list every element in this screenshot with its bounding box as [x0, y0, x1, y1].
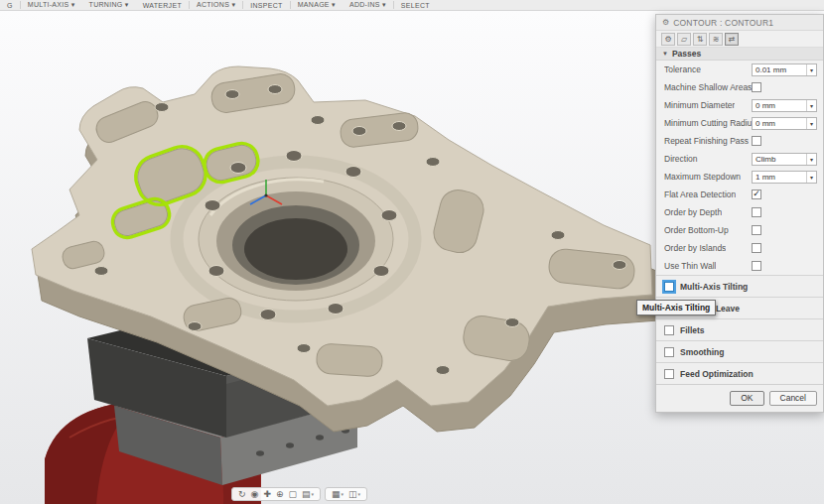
passes-section-header[interactable]: ▼ Passes — [656, 48, 823, 61]
field-label: Machine Shallow Areas — [664, 82, 752, 92]
menu-multi-axis[interactable]: MULTI-AXIS ▾ — [21, 1, 82, 9]
fillets-checkbox[interactable] — [664, 325, 674, 335]
group-feed-optimization[interactable]: Feed Optimization — [656, 362, 823, 384]
row-maximum-stepdown: Maximum Stepdown 1 mm — [656, 168, 823, 186]
fit-icon[interactable]: ▢ — [289, 490, 298, 499]
row-order-bottom-up: Order Bottom-Up — [656, 221, 823, 239]
zoom-icon[interactable]: ⊕ — [276, 490, 284, 499]
menu-waterjet[interactable]: WATERJET — [136, 2, 189, 9]
orbit-icon[interactable]: ↻ — [238, 490, 246, 499]
spinner-icon[interactable] — [806, 100, 816, 111]
multi-axis-tilting-tooltip: Multi-Axis Tilting — [636, 300, 716, 315]
group-multi-axis-tilting[interactable]: Multi-Axis Tilting — [656, 275, 823, 297]
menu-inspect[interactable]: INSPECT — [243, 2, 289, 9]
tab-heights[interactable]: ⇅ — [693, 33, 707, 46]
group-fillets[interactable]: Fillets — [656, 318, 823, 340]
dialog-buttons: OK Cancel — [656, 384, 823, 412]
viewport-layout-icon[interactable]: ◫ — [348, 490, 360, 499]
look-at-icon[interactable]: ◉ — [251, 490, 259, 499]
spinner-icon[interactable] — [806, 172, 816, 183]
group-label: Multi-Axis Tilting — [680, 282, 748, 292]
tolerance-value: 0.01 mm — [753, 65, 806, 74]
menu-actions[interactable]: ACTIONS ▾ — [190, 1, 242, 9]
row-minimum-cutting-radius: Minimum Cutting Radius 0 mm — [656, 114, 823, 132]
group-smoothing[interactable]: Smoothing — [656, 340, 823, 362]
group-label: Fillets — [680, 325, 705, 335]
field-label: Minimum Cutting Radius — [664, 118, 752, 128]
field-label: Flat Area Detection — [664, 189, 736, 199]
collapse-caret-icon: ▼ — [662, 51, 668, 57]
top-menubar: G MULTI-AXIS ▾ TURNING ▾ WATERJET ACTION… — [0, 0, 824, 11]
row-repeat-finishing-pass: Repeat Finishing Pass — [656, 132, 823, 150]
spinner-icon[interactable] — [806, 64, 816, 75]
operation-icon: ⚙ — [662, 18, 669, 27]
tab-geometry[interactable]: ▱ — [677, 33, 691, 46]
minimum-diameter-input[interactable]: 0 mm — [752, 99, 817, 112]
app-window: G MULTI-AXIS ▾ TURNING ▾ WATERJET ACTION… — [0, 0, 824, 504]
menu-select[interactable]: SELECT — [394, 2, 437, 9]
grid-settings-icon[interactable]: ▦ — [332, 490, 343, 499]
ok-button[interactable]: OK — [730, 391, 763, 406]
row-flat-area-detection: Flat Area Detection — [656, 186, 823, 203]
order-by-islands-checkbox[interactable] — [752, 243, 761, 253]
field-label: Repeat Finishing Pass — [664, 136, 749, 146]
feed-optimization-checkbox[interactable] — [664, 369, 674, 379]
field-label: Use Thin Wall — [664, 261, 716, 271]
direction-select[interactable]: Climb — [752, 153, 817, 166]
row-minimum-diameter: Minimum Diameter 0 mm — [656, 96, 823, 114]
tab-passes[interactable]: ≋ — [709, 33, 723, 46]
dialog-tabs: ⚙ ▱ ⇅ ≋ ⇄ — [656, 31, 823, 48]
nav-group-view: ↻ ◉ ✚ ⊕ ▢ ▤ — [231, 487, 321, 501]
dialog-title: CONTOUR : CONTOUR1 — [673, 18, 773, 28]
field-label: Order Bottom-Up — [664, 225, 729, 235]
maximum-stepdown-value: 1 mm — [753, 173, 806, 182]
cancel-button[interactable]: Cancel — [769, 391, 817, 406]
group-label: Feed Optimization — [680, 369, 754, 379]
multi-axis-tilting-checkbox[interactable] — [664, 282, 674, 292]
group-label: Smoothing — [680, 347, 724, 357]
field-label: Order by Islands — [664, 243, 726, 253]
field-label: Direction — [664, 154, 698, 164]
section-label: Passes — [672, 49, 701, 59]
machine-shallow-areas-checkbox[interactable] — [752, 82, 761, 92]
row-machine-shallow-areas: Machine Shallow Areas — [656, 78, 823, 96]
display-settings-icon[interactable]: ▤ — [302, 490, 314, 499]
row-order-by-islands: Order by Islands — [656, 239, 823, 257]
navigation-toolbar: ↻ ◉ ✚ ⊕ ▢ ▤ ▦ ◫ — [231, 487, 367, 501]
direction-value: Climb — [753, 155, 806, 164]
menu-manage[interactable]: MANAGE ▾ — [291, 1, 343, 9]
field-label: Maximum Stepdown — [664, 172, 741, 182]
menu-add-ins[interactable]: ADD-INS ▾ — [343, 1, 393, 9]
tolerance-input[interactable]: 0.01 mm — [752, 63, 817, 76]
row-direction: Direction Climb — [656, 150, 823, 168]
use-thin-wall-checkbox[interactable] — [752, 261, 761, 271]
nav-group-display: ▦ ◫ — [325, 487, 367, 501]
row-use-thin-wall: Use Thin Wall — [656, 257, 823, 275]
tab-linking[interactable]: ⇄ — [725, 33, 739, 46]
menu-turning[interactable]: TURNING ▾ — [82, 1, 136, 9]
minimum-cutting-radius-input[interactable]: 0 mm — [752, 117, 817, 130]
maximum-stepdown-input[interactable]: 1 mm — [752, 171, 817, 184]
dialog-header[interactable]: ⚙ CONTOUR : CONTOUR1 — [656, 15, 823, 31]
pan-icon[interactable]: ✚ — [263, 490, 271, 499]
minimum-diameter-value: 0 mm — [753, 101, 806, 110]
order-bottom-up-checkbox[interactable] — [752, 225, 761, 235]
dropdown-caret-icon[interactable] — [806, 154, 816, 165]
order-by-depth-checkbox[interactable] — [752, 207, 761, 217]
menu-milling-partial[interactable]: G — [0, 2, 20, 9]
contour-dialog: ⚙ CONTOUR : CONTOUR1 ⚙ ▱ ⇅ ≋ ⇄ ▼ Passes … — [655, 14, 824, 413]
smoothing-checkbox[interactable] — [664, 347, 674, 357]
field-label: Tolerance — [664, 64, 701, 74]
tab-tool[interactable]: ⚙ — [661, 33, 675, 46]
field-label: Minimum Diameter — [664, 100, 735, 110]
spinner-icon[interactable] — [806, 118, 816, 129]
repeat-finishing-pass-checkbox[interactable] — [752, 136, 761, 146]
field-label: Order by Depth — [664, 207, 722, 217]
row-order-by-depth: Order by Depth — [656, 203, 823, 221]
flat-area-detection-checkbox[interactable] — [752, 189, 761, 199]
row-tolerance: Tolerance 0.01 mm — [656, 61, 823, 78]
minimum-cutting-radius-value: 0 mm — [753, 119, 806, 128]
